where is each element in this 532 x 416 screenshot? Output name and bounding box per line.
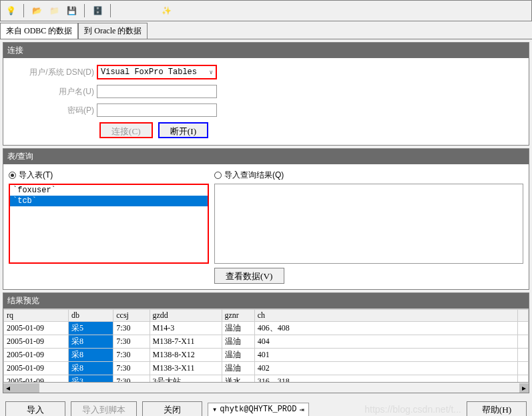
- horizontal-scrollbar[interactable]: ◂ ▸: [3, 382, 529, 393]
- dsn-label: 用户/系统 DSN(D): [10, 67, 97, 78]
- table-row[interactable]: 2005-01-09采87:30M138-3-X11温油402: [4, 362, 529, 375]
- table-cell: 采3: [69, 375, 113, 383]
- dsn-value: Visual FoxPro Tables: [101, 67, 197, 77]
- column-header[interactable]: ch: [254, 310, 517, 322]
- result-table: rqdbccsjgzddgznrch 2005-01-09采57:30M14-3…: [3, 309, 529, 382]
- table-cell: 402: [254, 362, 517, 375]
- table-cell: 3号大站: [150, 375, 222, 383]
- table-cell: M138-8-X12: [150, 349, 222, 362]
- connect-button[interactable]: 连接(C): [99, 122, 153, 138]
- column-header[interactable]: db: [69, 310, 113, 322]
- import-script-button[interactable]: 导入到脚本: [71, 401, 137, 416]
- table-cell: 温油: [222, 335, 254, 349]
- table-query-header: 表/查询: [3, 149, 529, 164]
- table-row[interactable]: 2005-01-09采87:30M138-7-X11温油404: [4, 335, 529, 349]
- wizard-icon[interactable]: ✨: [159, 3, 174, 18]
- column-header[interactable]: gzdd: [150, 310, 222, 322]
- disconnect-button[interactable]: 断开(I): [158, 122, 208, 138]
- save-icon[interactable]: 💾: [64, 3, 79, 18]
- table-cell: 采8: [69, 349, 113, 362]
- tab-from-odbc[interactable]: 来自 ODBC 的数据: [0, 23, 78, 39]
- connection-header: 连接: [3, 43, 529, 58]
- main-toolbar: 💡 📂 📁 💾 🗄️ ✨: [0, 0, 532, 21]
- watermark: https://blog.csdn.net/t...: [364, 404, 461, 415]
- light-icon[interactable]: 💡: [3, 3, 18, 18]
- result-preview-header: 结果预览: [3, 293, 529, 308]
- table-cell: 温油: [222, 362, 254, 375]
- source-tabs: 来自 ODBC 的数据 到 Oracle 的数据: [0, 23, 532, 39]
- connection-string: qhytk@QHYTK_PROD: [220, 405, 296, 414]
- close-button[interactable]: 关闭: [142, 401, 202, 416]
- chevron-down-icon: ∨: [210, 69, 213, 76]
- table-cell: 采8: [69, 335, 113, 349]
- combo-arrow-icon: ▾: [212, 405, 217, 415]
- table-listbox[interactable]: `foxuser``tcb`: [9, 184, 209, 264]
- table-query-panel: 表/查询 导入表(T) `foxuser``tcb` 导入查询结果(Q) 查看数…: [3, 148, 529, 290]
- table-cell: 7:30: [113, 375, 150, 383]
- table-cell: 采8: [69, 362, 113, 375]
- table-cell: 7:30: [113, 335, 150, 349]
- pin-icon: ⇥: [299, 405, 304, 415]
- table-row[interactable]: 2005-01-09采57:30M14-3温油406、408: [4, 322, 529, 335]
- scroll-spacer: [518, 310, 529, 322]
- table-cell: M138-7-X11: [150, 335, 222, 349]
- list-item[interactable]: `tcb`: [10, 196, 208, 206]
- column-header[interactable]: rq: [4, 310, 69, 322]
- table-cell: 2005-01-09: [4, 349, 69, 362]
- folder-icon[interactable]: 📁: [47, 3, 61, 18]
- password-input[interactable]: [97, 103, 217, 117]
- table-cell: 316、318: [254, 375, 517, 383]
- bottom-bar: 导入 导入到脚本 关闭 ▾ qhytk@QHYTK_PROD ⇥ https:/…: [0, 396, 532, 416]
- table-row[interactable]: 2005-01-09采37:303号大站送水316、318: [4, 375, 529, 383]
- help-button[interactable]: 帮助(H): [467, 401, 527, 416]
- import-button[interactable]: 导入: [5, 401, 65, 416]
- view-data-button[interactable]: 查看数据(V): [214, 268, 284, 284]
- column-header[interactable]: gznr: [222, 310, 254, 322]
- table-cell: 2005-01-09: [4, 375, 69, 383]
- table-cell: 2005-01-09: [4, 335, 69, 349]
- table-cell: M138-3-X11: [150, 362, 222, 375]
- table-cell: 404: [254, 335, 517, 349]
- table-cell: 7:30: [113, 362, 150, 375]
- list-item[interactable]: `foxuser`: [10, 185, 208, 196]
- db-icon[interactable]: 🗄️: [90, 3, 105, 18]
- table-cell: 7:30: [113, 349, 150, 362]
- result-table-scroll[interactable]: rqdbccsjgzddgznrch 2005-01-09采57:30M14-3…: [3, 308, 529, 382]
- import-query-radio[interactable]: [214, 172, 222, 179]
- table-cell: 送水: [222, 375, 254, 383]
- table-cell: 401: [254, 349, 517, 362]
- table-cell: 7:30: [113, 322, 150, 335]
- import-table-label: 导入表(T): [19, 170, 53, 181]
- table-cell: 2005-01-09: [4, 362, 69, 375]
- password-label: 密码(P): [10, 105, 97, 116]
- tab-to-oracle[interactable]: 到 Oracle 的数据: [78, 23, 148, 39]
- table-cell: 温油: [222, 322, 254, 335]
- import-table-radio[interactable]: [9, 172, 16, 179]
- dsn-combo[interactable]: Visual FoxPro Tables ∨: [97, 65, 217, 79]
- username-label: 用户名(U): [10, 86, 97, 97]
- result-preview-panel: 结果预览 rqdbccsjgzddgznrch 2005-01-09采57:30…: [3, 292, 529, 393]
- table-cell: 采5: [69, 322, 113, 335]
- connection-combo[interactable]: ▾ qhytk@QHYTK_PROD ⇥: [208, 403, 309, 417]
- open-icon[interactable]: 📂: [29, 3, 44, 18]
- connection-panel: 连接 用户/系统 DSN(D) Visual FoxPro Tables ∨ 用…: [3, 42, 529, 146]
- import-query-label: 导入查询结果(Q): [224, 170, 284, 181]
- table-cell: 406、408: [254, 322, 517, 335]
- table-cell: M14-3: [150, 322, 222, 335]
- table-cell: 温油: [222, 349, 254, 362]
- table-row[interactable]: 2005-01-09采87:30M138-8-X12温油401: [4, 349, 529, 362]
- username-input[interactable]: [97, 85, 217, 98]
- query-textarea[interactable]: [214, 184, 523, 264]
- table-cell: 2005-01-09: [4, 322, 69, 335]
- column-header[interactable]: ccsj: [113, 310, 150, 322]
